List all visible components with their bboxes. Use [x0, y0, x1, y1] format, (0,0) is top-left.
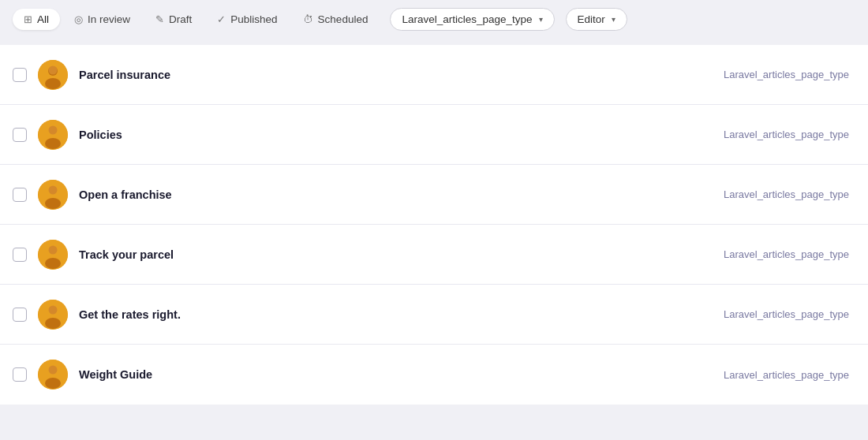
- row-title: Get the rates right.: [79, 308, 713, 321]
- table-row: Get the rates right. Laravel_articles_pa…: [0, 285, 868, 345]
- row-checkbox[interactable]: [13, 367, 27, 382]
- filter-bar: ⊞ All ◎ In review ✎ Draft ✓ Published ⏱ …: [0, 0, 868, 39]
- layers-icon: ⊞: [24, 13, 32, 25]
- svg-point-6: [45, 138, 61, 149]
- pencil-icon: ✎: [155, 13, 164, 25]
- clock-icon: ⏱: [303, 13, 313, 25]
- chevron-down-icon: ▾: [612, 15, 615, 24]
- row-checkbox[interactable]: [13, 68, 27, 82]
- row-title: Track your parcel: [79, 248, 713, 261]
- filter-draft[interactable]: ✎ Draft: [144, 9, 203, 30]
- svg-point-15: [45, 318, 61, 329]
- svg-point-5: [49, 125, 58, 134]
- svg-point-9: [45, 198, 61, 209]
- avatar: [38, 120, 68, 150]
- svg-point-8: [49, 185, 58, 194]
- filter-scheduled[interactable]: ⏱ Scheduled: [292, 9, 380, 30]
- avatar: [38, 180, 68, 210]
- filter-in-review[interactable]: ◎ In review: [63, 9, 141, 30]
- table-row: Parcel insurance Laravel_articles_page_t…: [0, 45, 868, 105]
- row-checkbox[interactable]: [13, 188, 27, 202]
- check-icon: ✓: [217, 13, 226, 25]
- svg-point-14: [49, 305, 58, 314]
- editor-label: Editor: [578, 13, 605, 25]
- row-type: Laravel_articles_page_type: [724, 129, 849, 140]
- filter-published[interactable]: ✓ Published: [206, 9, 288, 30]
- table-row: Track your parcel Laravel_articles_page_…: [0, 225, 868, 285]
- filter-published-label: Published: [230, 13, 277, 25]
- filter-scheduled-label: Scheduled: [318, 13, 369, 25]
- row-type: Laravel_articles_page_type: [724, 188, 849, 200]
- filter-group: ⊞ All ◎ In review ✎ Draft ✓ Published ⏱ …: [13, 9, 379, 30]
- avatar: [38, 300, 68, 330]
- table-row: Open a franchise Laravel_articles_page_t…: [0, 165, 868, 225]
- row-title: Policies: [79, 129, 713, 141]
- row-checkbox[interactable]: [13, 308, 27, 322]
- row-type: Laravel_articles_page_type: [724, 248, 849, 260]
- row-checkbox[interactable]: [13, 128, 27, 142]
- content-table: Parcel insurance Laravel_articles_page_t…: [0, 45, 868, 405]
- chevron-down-icon: ▾: [539, 15, 543, 24]
- row-title: Weight Guide: [79, 368, 713, 381]
- svg-point-3: [49, 65, 58, 74]
- svg-point-12: [45, 258, 61, 269]
- row-title: Parcel insurance: [79, 69, 713, 81]
- row-type: Laravel_articles_page_type: [724, 369, 849, 381]
- circle-dots-icon: ◎: [74, 13, 83, 25]
- row-title: Open a franchise: [79, 188, 713, 201]
- avatar: [38, 360, 68, 390]
- avatar: [38, 60, 68, 90]
- table-row: Weight Guide Laravel_articles_page_type: [0, 345, 868, 405]
- svg-point-18: [45, 378, 61, 389]
- table-row: Policies Laravel_articles_page_type: [0, 105, 868, 165]
- editor-dropdown[interactable]: Editor ▾: [566, 8, 627, 31]
- svg-point-2: [45, 78, 61, 89]
- page-type-label: Laravel_articles_page_type: [402, 13, 532, 25]
- svg-point-17: [49, 366, 58, 375]
- filter-all[interactable]: ⊞ All: [13, 9, 60, 30]
- row-checkbox[interactable]: [13, 248, 27, 262]
- avatar: [38, 240, 68, 270]
- filter-all-label: All: [37, 13, 49, 25]
- svg-point-11: [49, 245, 58, 254]
- row-type: Laravel_articles_page_type: [724, 69, 849, 80]
- filter-draft-label: Draft: [169, 13, 192, 25]
- page-type-dropdown[interactable]: Laravel_articles_page_type ▾: [390, 8, 554, 31]
- row-type: Laravel_articles_page_type: [724, 308, 849, 320]
- filter-in-review-label: In review: [88, 13, 130, 25]
